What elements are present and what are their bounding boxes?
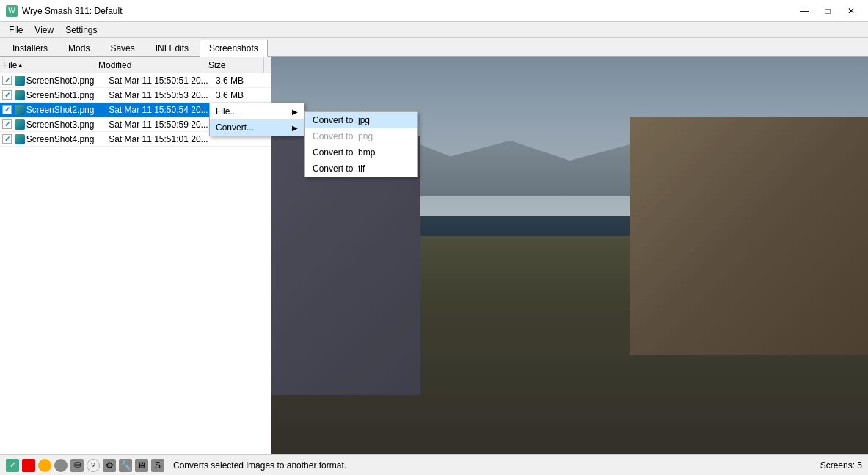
tab-screenshots[interactable]: Screenshots [200, 40, 268, 57]
context-menu: File... ▶ Convert... ▶ [209, 103, 304, 136]
file-type-icon [15, 76, 25, 86]
screens-count: Screens: 5 [820, 460, 862, 471]
file-name: ScreenShot3.png [26, 119, 106, 130]
status-icon-monitor[interactable]: 🖥 [135, 459, 148, 472]
file-list-header: File Modified Size [0, 57, 271, 73]
status-icon-db[interactable]: ⛁ [70, 459, 84, 472]
status-icon-red[interactable] [22, 459, 35, 472]
file-size: 3.6 MB [213, 90, 271, 100]
file-modified: Sat Mar 11 15:50:51 20... [106, 76, 213, 86]
col-header-file[interactable]: File [0, 57, 95, 73]
tab-saves[interactable]: Saves [101, 40, 144, 56]
file-name: ScreenShot2.png [26, 105, 106, 115]
tab-mods[interactable]: Mods [59, 40, 99, 56]
file-type-icon [15, 119, 25, 130]
submenu-convert-bmp[interactable]: Convert to .bmp [305, 144, 417, 161]
submenu-convert-tif[interactable]: Convert to .tif [305, 161, 417, 177]
file-modified: Sat Mar 11 15:51:01 20... [106, 134, 213, 144]
file-type-icon [15, 134, 25, 144]
status-icon-yellow[interactable] [38, 459, 51, 472]
file-type-icon [15, 105, 25, 115]
col-header-modified[interactable]: Modified [95, 57, 205, 73]
submenu-convert-png: Convert to .png [305, 128, 417, 144]
file-checkbox[interactable] [0, 134, 15, 144]
menu-settings[interactable]: Settings [59, 23, 103, 37]
file-checkbox[interactable] [0, 119, 15, 129]
menu-bar: File View Settings [0, 22, 868, 38]
ctx-file-arrow: ▶ [292, 108, 298, 116]
file-row[interactable]: ScreenShot0.pngSat Mar 11 15:50:51 20...… [0, 73, 271, 88]
ctx-convert[interactable]: Convert... ▶ [210, 119, 304, 136]
file-checkbox[interactable] [0, 90, 15, 100]
file-modified: Sat Mar 11 15:50:53 20... [106, 90, 213, 100]
file-row[interactable]: ScreenShot1.pngSat Mar 11 15:50:53 20...… [0, 88, 271, 103]
status-icon-key[interactable] [54, 459, 68, 472]
window-title: Wrye Smash 311: Default [22, 6, 793, 16]
status-icon-gear[interactable]: ⚙ [103, 459, 116, 472]
menu-file[interactable]: File [3, 23, 29, 37]
tab-installers[interactable]: Installers [3, 40, 57, 56]
status-icon-tool[interactable]: 🔧 [119, 459, 132, 472]
ctx-convert-arrow: ▶ [292, 124, 298, 132]
main-content: File Modified Size ScreenShot0.pngSat Ma… [0, 57, 868, 454]
close-button[interactable]: ✕ [840, 4, 862, 18]
status-bar: ✓ ⛁ ? ⚙ 🔧 🖥 S Converts selected images t… [0, 454, 868, 475]
convert-submenu: Convert to .jpg Convert to .png Convert … [304, 111, 418, 177]
file-modified: Sat Mar 11 15:50:54 20... [106, 105, 213, 115]
file-name: ScreenShot0.png [26, 76, 106, 86]
file-type-icon [15, 90, 25, 100]
file-checkbox[interactable] [0, 76, 15, 85]
status-icon-check[interactable]: ✓ [6, 459, 19, 472]
ctx-file[interactable]: File... ▶ [210, 103, 304, 119]
file-name: ScreenShot4.png [26, 134, 106, 144]
file-size: 3.6 MB [213, 76, 271, 86]
menu-view[interactable]: View [29, 23, 59, 37]
submenu-convert-jpg[interactable]: Convert to .jpg [305, 112, 417, 128]
file-checkbox[interactable] [0, 105, 15, 114]
status-icons: ✓ ⛁ ? ⚙ 🔧 🖥 S [6, 459, 164, 472]
status-text: Converts selected images to another form… [173, 460, 820, 471]
file-modified: Sat Mar 11 15:50:59 20... [106, 119, 213, 130]
tab-ini-edits[interactable]: INI Edits [146, 40, 198, 56]
file-name: ScreenShot1.png [26, 90, 106, 100]
minimize-button[interactable]: — [793, 4, 815, 18]
window-controls: — □ ✕ [793, 4, 862, 18]
tab-bar: Installers Mods Saves INI Edits Screensh… [0, 38, 868, 57]
status-icon-question[interactable]: ? [87, 459, 100, 472]
status-icon-steam[interactable]: S [151, 459, 164, 472]
col-header-size[interactable]: Size [205, 57, 264, 73]
maximize-button[interactable]: □ [817, 4, 839, 18]
app-icon: W [6, 5, 18, 17]
title-bar: W Wrye Smash 311: Default — □ ✕ [0, 0, 868, 22]
